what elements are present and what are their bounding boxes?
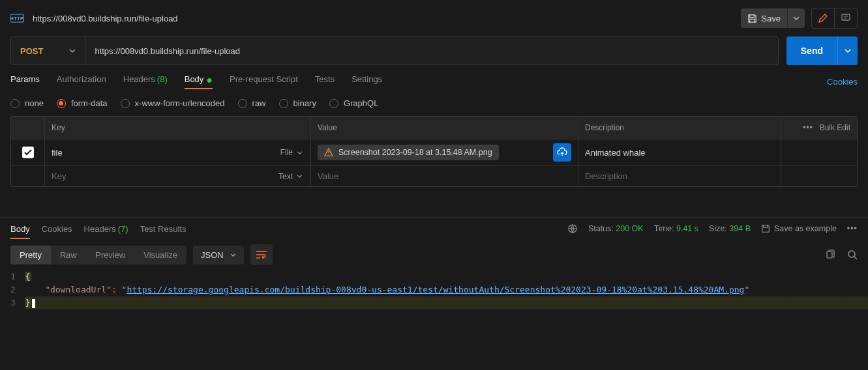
request-tabs: Params Authorization Headers(8) Body● Pr… bbox=[0, 74, 868, 89]
tab-tests[interactable]: Tests bbox=[315, 74, 335, 89]
view-mode-row: Pretty Raw Preview Visualize JSON bbox=[0, 239, 868, 270]
placeholder-key: Key bbox=[52, 171, 66, 181]
radio-graphql[interactable]: GraphQL bbox=[329, 98, 378, 108]
send-button[interactable]: Send bbox=[786, 36, 837, 65]
key-type-select[interactable]: Text bbox=[275, 170, 307, 183]
tab-settings[interactable]: Settings bbox=[352, 74, 382, 89]
row-description: Animated whale bbox=[585, 148, 646, 158]
modified-dot-icon: ● bbox=[206, 74, 213, 85]
wrap-icon bbox=[256, 250, 267, 259]
more-icon[interactable]: ••• bbox=[847, 224, 858, 233]
right-icon-group bbox=[811, 8, 858, 29]
table-header: Key Value Description ••• Bulk Edit bbox=[11, 117, 857, 139]
tab-body[interactable]: Body● bbox=[185, 74, 213, 89]
format-select[interactable]: JSON bbox=[193, 246, 244, 264]
code-lines[interactable]: { "downloadUrl": "https://storage.google… bbox=[25, 270, 868, 309]
bulk-edit-link[interactable]: Bulk Edit bbox=[820, 123, 850, 132]
cloud-upload-icon bbox=[557, 147, 567, 158]
header-description: Description bbox=[578, 117, 781, 139]
top-bar: HTTP https://008vd0.buildship.run/file-u… bbox=[0, 0, 868, 36]
placeholder-value-cell[interactable]: Value bbox=[311, 166, 578, 186]
placeholder-desc-cell[interactable]: Description bbox=[578, 166, 781, 186]
send-caret-button[interactable] bbox=[837, 36, 858, 65]
placeholder-key-cell[interactable]: Key Text bbox=[45, 166, 311, 186]
breadcrumb: https://008vd0.buildship.run/file-upload bbox=[33, 14, 178, 23]
cookies-link[interactable]: Cookies bbox=[827, 77, 858, 87]
radio-none[interactable]: none bbox=[10, 98, 44, 108]
body-type-row: none form-data x-www-form-urlencoded raw… bbox=[0, 89, 868, 116]
row-key-cell[interactable]: file File bbox=[45, 139, 311, 165]
resp-tab-cookies[interactable]: Cookies bbox=[42, 218, 72, 239]
view-preview[interactable]: Preview bbox=[86, 246, 134, 264]
file-chip[interactable]: Screenshot 2023-09-18 at 3.15.48 AM.png bbox=[318, 145, 499, 160]
copy-icon[interactable] bbox=[825, 249, 835, 260]
view-raw[interactable]: Raw bbox=[51, 246, 86, 264]
tab-authorization[interactable]: Authorization bbox=[57, 74, 106, 89]
code-line: "downloadUrl": "https://storage.googleap… bbox=[25, 283, 868, 296]
comment-button[interactable] bbox=[835, 8, 857, 28]
response-meta: Status: 200 OK Time: 9.41 s Size: 394 B … bbox=[567, 223, 858, 234]
key-type-select[interactable]: File bbox=[277, 146, 307, 159]
view-pretty[interactable]: Pretty bbox=[10, 246, 51, 264]
row-key-text: file bbox=[52, 148, 63, 158]
code-line: } bbox=[25, 296, 868, 309]
download-url-link[interactable]: https://storage.googleapis.com/buildship… bbox=[127, 285, 744, 294]
row-checkbox-cell bbox=[11, 139, 45, 165]
svg-text:HTTP: HTTP bbox=[10, 16, 23, 21]
form-data-table-wrap: Key Value Description ••• Bulk Edit file… bbox=[0, 116, 868, 187]
globe-icon[interactable] bbox=[567, 223, 578, 234]
edit-button[interactable] bbox=[812, 8, 834, 28]
row-checkbox-cell bbox=[11, 166, 45, 186]
view-visualize[interactable]: Visualize bbox=[134, 246, 187, 264]
placeholder-description: Description bbox=[585, 171, 627, 181]
form-data-table: Key Value Description ••• Bulk Edit file… bbox=[10, 116, 858, 187]
resp-tab-headers[interactable]: Headers(7) bbox=[84, 218, 128, 239]
header-key: Key bbox=[45, 117, 311, 139]
tab-headers[interactable]: Headers(8) bbox=[123, 74, 168, 89]
warning-icon bbox=[324, 148, 333, 157]
more-icon[interactable]: ••• bbox=[803, 123, 813, 132]
resp-tab-body[interactable]: Body bbox=[10, 218, 30, 239]
row-desc-cell[interactable]: Animated whale bbox=[578, 139, 781, 165]
resp-tab-test-results[interactable]: Test Results bbox=[140, 218, 187, 239]
row-checkbox[interactable] bbox=[22, 147, 34, 158]
radio-xwww[interactable]: x-www-form-urlencoded bbox=[121, 98, 225, 108]
chevron-down-icon bbox=[297, 175, 303, 178]
http-badge-icon: HTTP bbox=[10, 13, 25, 23]
upload-button[interactable] bbox=[553, 143, 571, 162]
radio-form-data[interactable]: form-data bbox=[57, 98, 108, 108]
cursor-icon bbox=[32, 299, 35, 308]
header-actions: ••• Bulk Edit bbox=[781, 117, 857, 139]
chevron-down-icon bbox=[69, 49, 76, 53]
view-segment: Pretty Raw Preview Visualize bbox=[10, 246, 187, 264]
size-group: Size: 394 B bbox=[709, 224, 751, 233]
placeholder-value: Value bbox=[318, 171, 338, 181]
radio-raw[interactable]: raw bbox=[238, 98, 266, 108]
header-checkbox-col bbox=[11, 117, 45, 139]
time-group: Time: 9.41 s bbox=[654, 224, 698, 233]
svg-rect-5 bbox=[827, 251, 832, 258]
tab-params[interactable]: Params bbox=[10, 74, 40, 89]
row-actions bbox=[781, 139, 857, 165]
file-name: Screenshot 2023-09-18 at 3.15.48 AM.png bbox=[338, 148, 492, 157]
svg-rect-2 bbox=[842, 14, 850, 20]
save-button[interactable]: Save bbox=[741, 8, 787, 28]
send-button-group: Send bbox=[786, 36, 858, 65]
svg-point-6 bbox=[848, 251, 855, 257]
chevron-down-icon bbox=[230, 253, 236, 257]
row-value-cell[interactable]: Screenshot 2023-09-18 at 3.15.48 AM.png bbox=[311, 139, 578, 165]
radio-binary[interactable]: binary bbox=[279, 98, 316, 108]
response-tabs: Body Cookies Headers(7) Test Results Sta… bbox=[0, 217, 868, 239]
search-icon[interactable] bbox=[847, 249, 858, 260]
table-row-placeholder: Key Text Value Description bbox=[11, 165, 857, 186]
line-gutter: 1 2 3 bbox=[10, 270, 25, 309]
save-as-example-button[interactable]: Save as example bbox=[761, 224, 837, 233]
tab-pre-request[interactable]: Pre-request Script bbox=[230, 74, 298, 89]
save-caret-button[interactable] bbox=[787, 8, 805, 28]
url-input[interactable] bbox=[85, 37, 777, 64]
chevron-down-icon bbox=[845, 49, 851, 53]
wrap-button[interactable] bbox=[250, 244, 273, 265]
top-bar-right: Save bbox=[741, 8, 858, 29]
method-select[interactable]: POST bbox=[11, 37, 85, 64]
check-icon bbox=[24, 149, 32, 156]
